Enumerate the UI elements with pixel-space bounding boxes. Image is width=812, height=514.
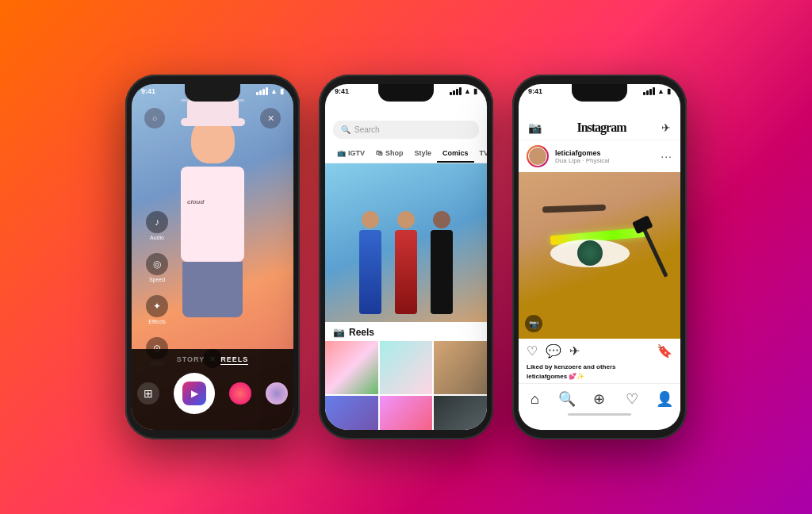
camera-bottom-bar: STORY REELS ⊞ ▶ — [132, 349, 293, 430]
home-indicator-phone3 — [568, 413, 631, 416]
signal-icon-phone3 — [643, 87, 655, 95]
nav-likes-phone3[interactable]: ♡ — [620, 390, 644, 408]
likes-content: Liked by kenzoere and others — [527, 363, 615, 370]
tab-shop[interactable]: 🛍 Shop — [370, 145, 409, 163]
tab-tv-label: TV & Mov… — [480, 149, 487, 157]
thumb-crowd-img — [325, 396, 378, 430]
thumb-4[interactable] — [325, 396, 378, 430]
search-placeholder: Search — [354, 125, 380, 134]
thumb-flowers-img — [325, 341, 378, 394]
tab-style[interactable]: Style — [409, 145, 438, 163]
dancer3-head — [433, 211, 450, 228]
reels-featured-video[interactable] — [325, 163, 487, 322]
search-bar[interactable]: 🔍 Search — [333, 121, 479, 139]
reels-mode-tab[interactable]: REELS — [220, 355, 248, 365]
effects-label: Effects — [148, 319, 165, 324]
capture-button[interactable]: ▶ — [174, 373, 215, 414]
status-icons-phone1: ▲ ▮ — [256, 87, 284, 95]
nav-search-phone3[interactable]: 🔍 — [555, 390, 579, 408]
camera-icon-header[interactable]: 📷 — [528, 121, 542, 134]
nav-profile-phone3[interactable]: 👤 — [653, 390, 676, 408]
tab-shop-label: Shop — [385, 149, 404, 157]
instagram-screen: 9:41 ▲ ▮ 📷 Instagram ✈ — [519, 84, 680, 430]
wifi-icon: ▲ — [270, 87, 278, 95]
explore-tabs: 📺 IGTV 🛍 Shop Style Comics TV & Mov… — [325, 145, 487, 163]
thumb-5[interactable] — [380, 396, 433, 430]
phone-1-story-reels: 9:41 ▲ ▮ ○ ⚡ ✕ — [125, 75, 300, 439]
tab-comics[interactable]: Comics — [437, 145, 474, 163]
signal-icon — [256, 87, 268, 95]
notch-phone2 — [378, 84, 434, 102]
like-button[interactable]: ♡ — [527, 343, 538, 359]
nav-add-phone3[interactable]: ⊕ — [588, 390, 611, 408]
search-icon: 🔍 — [341, 125, 350, 134]
thumb-2[interactable] — [380, 341, 433, 394]
reels-section-header: 📷 Reels — [325, 322, 487, 341]
bottom-nav-phone3: ⌂ 🔍 ⊕ ♡ 👤 — [519, 383, 680, 411]
reels-logo-icon: ▶ — [182, 382, 206, 405]
notch-phone3 — [572, 84, 627, 102]
bookmark-button[interactable]: 🔖 — [657, 343, 672, 359]
audio-control[interactable]: ♪ Audio — [146, 211, 168, 240]
igtv-icon: 📺 — [337, 149, 346, 157]
user-info: leticiafgomes Dua Lipa · Physical — [555, 149, 654, 164]
post-image: 📷 — [519, 172, 680, 339]
iris — [577, 240, 603, 266]
speed-label: Speed — [149, 277, 165, 282]
comment-button[interactable]: 💬 — [546, 343, 561, 359]
username[interactable]: leticiafgomes — [555, 149, 654, 157]
dancer-2 — [390, 211, 422, 314]
dancer3-body — [431, 230, 453, 314]
explore-screen: 9:41 ▲ ▮ 🔍 Search — [325, 84, 487, 430]
thumb-skater-img — [434, 341, 487, 394]
speed-control[interactable]: ◎ Speed — [146, 253, 168, 282]
thumb-people-img — [380, 341, 433, 394]
thumb-dark-img — [434, 396, 487, 430]
sticker-2[interactable] — [266, 382, 288, 405]
effects-icon: ✦ — [146, 295, 168, 317]
story-mode-tab[interactable]: STORY — [177, 355, 205, 365]
audio-icon: ♪ — [146, 211, 168, 233]
tab-tv-movie[interactable]: TV & Mov… — [474, 145, 487, 163]
effects-control[interactable]: ✦ Effects — [146, 295, 168, 324]
tab-igtv[interactable]: 📺 IGTV — [331, 145, 370, 163]
tab-comics-label: Comics — [442, 149, 469, 157]
post-header: leticiafgomes Dua Lipa · Physical ··· — [519, 140, 680, 172]
dancer1-head — [362, 211, 379, 228]
dancer-1 — [354, 211, 386, 314]
camera-side-controls: ♪ Audio ◎ Speed ✦ Effects ⊙ Timer — [146, 211, 168, 366]
camera-screen: 9:41 ▲ ▮ ○ ⚡ ✕ — [132, 84, 293, 430]
post-caption: leticiafgomes 💕✨ — [519, 373, 680, 383]
caption-username[interactable]: leticiafgomes — [527, 373, 567, 380]
post-actions: ♡ 💬 ✈ 🔖 — [519, 339, 680, 363]
shop-icon: 🛍 — [376, 149, 383, 157]
more-options-button[interactable]: ··· — [661, 150, 672, 163]
user-avatar[interactable] — [527, 145, 549, 167]
thumb-3[interactable] — [434, 341, 487, 394]
reels-section-icon: 📷 — [333, 327, 345, 338]
nav-home-phone3[interactable]: ⌂ — [523, 391, 546, 408]
post-camera-icon: 📷 — [525, 315, 542, 332]
dancer1-body — [359, 230, 381, 314]
share-button[interactable]: ✈ — [569, 343, 580, 359]
instagram-header: 📷 Instagram ✈ — [519, 97, 680, 140]
battery-icon: ▮ — [280, 87, 284, 95]
battery-icon-phone3: ▮ — [667, 87, 671, 95]
phone-2-explore: 9:41 ▲ ▮ 🔍 Search — [319, 75, 493, 439]
time-phone3: 9:41 — [528, 87, 542, 95]
wifi-icon-phone2: ▲ — [464, 87, 471, 95]
send-icon[interactable]: ✈ — [661, 121, 671, 134]
reels-grid — [325, 341, 487, 430]
gallery-button[interactable]: ⊞ — [137, 382, 159, 405]
notch-phone1 — [185, 84, 240, 102]
avatar-image — [528, 147, 547, 166]
gallery-icon: ⊞ — [144, 387, 153, 400]
sticker-1[interactable] — [229, 382, 251, 405]
song-credit: Dua Lipa · Physical — [555, 157, 654, 164]
thumb-6[interactable] — [434, 396, 487, 430]
thumb-1[interactable] — [325, 341, 378, 394]
audio-label: Audio — [150, 235, 164, 240]
instagram-logo: Instagram — [542, 121, 661, 135]
speed-icon: ◎ — [146, 253, 168, 275]
dancers — [325, 163, 487, 322]
